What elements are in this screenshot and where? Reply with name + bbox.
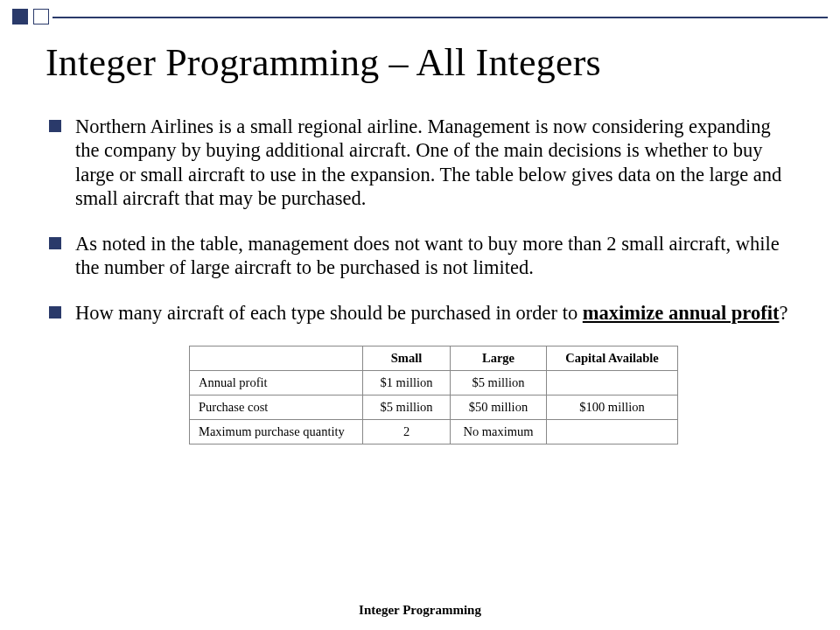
square-icon [33,9,49,24]
slide-content: Integer Programming – All Integers North… [0,0,840,444]
table-header: Small [363,346,451,371]
bullet-text: As noted in the table, management does n… [75,233,780,278]
bullet-text-emph: maximize annual profit [583,302,780,324]
corner-decoration [12,9,49,24]
table-cell: $50 million [451,396,547,420]
bullet-text: Northern Airlines is a small regional ai… [75,116,781,209]
table-header: Large [451,346,547,371]
slide-title: Integer Programming – All Integers [46,40,794,85]
top-rule [52,17,828,18]
table-cell [547,420,678,444]
table-row: Annual profit $1 million $5 million [190,371,678,396]
table-cell: No maximum [451,420,547,444]
bullet-item: As noted in the table, management does n… [46,232,794,280]
bullet-text-pre: How many aircraft of each type should be… [75,302,583,324]
table-cell [190,346,363,371]
table-cell: $1 million [363,371,451,396]
data-table-wrap: Small Large Capital Available Annual pro… [189,346,794,444]
table-row: Purchase cost $5 million $50 million $10… [190,396,678,420]
bullet-list: Northern Airlines is a small regional ai… [46,115,794,325]
bullet-item: Northern Airlines is a small regional ai… [46,115,794,211]
square-icon [12,9,28,24]
table-cell [547,371,678,396]
table-cell: 2 [363,420,451,444]
bullet-text-post: ? [779,302,788,324]
bullet-item: How many aircraft of each type should be… [46,301,794,325]
table-cell: Maximum purchase quantity [190,420,363,444]
table-header: Capital Available [547,346,678,371]
table-row: Maximum purchase quantity 2 No maximum [190,420,678,444]
table-cell: Purchase cost [190,396,363,420]
table-cell: Annual profit [190,371,363,396]
table-cell: $5 million [363,396,451,420]
table-cell: $100 million [547,396,678,420]
table-cell: $5 million [451,371,547,396]
slide-footer: Integer Programming [0,603,840,618]
table-row: Small Large Capital Available [190,346,678,371]
data-table: Small Large Capital Available Annual pro… [189,346,678,444]
